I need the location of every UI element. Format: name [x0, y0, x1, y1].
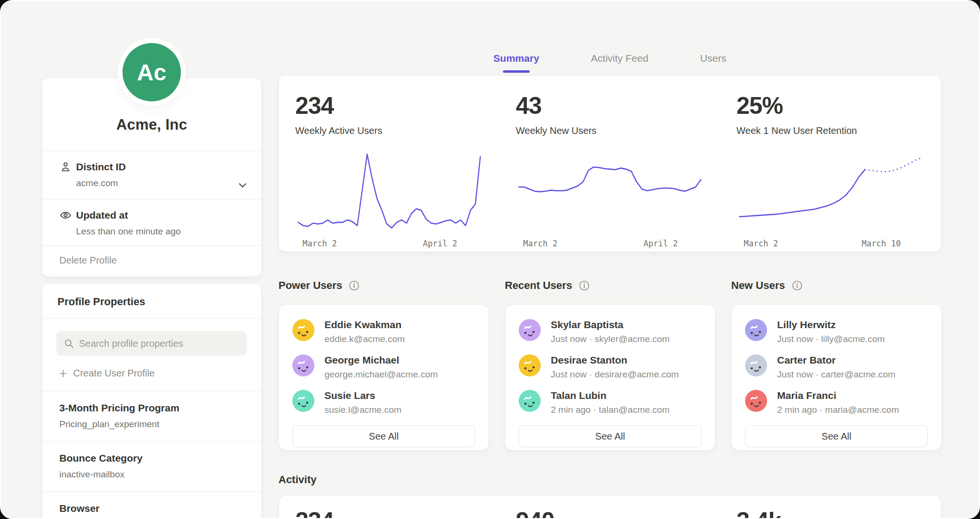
- profile-properties-card: Profile Properties Create User Profile 3…: [42, 283, 262, 519]
- user-info: Maria Franci2 min ago · maria@acme.com: [777, 390, 899, 415]
- property-row-3-month-pricing-program[interactable]: 3-Month Pricing ProgramPricing_plan_expe…: [42, 391, 261, 442]
- sparkline-week-1-new-user-retention: [736, 147, 924, 238]
- user-name: Skylar Baptista: [551, 319, 669, 331]
- tab-activity-feed[interactable]: Activity Feed: [589, 50, 650, 73]
- property-label: 3-Month Pricing Program: [59, 402, 244, 414]
- eye-icon: [59, 209, 72, 221]
- info-icon[interactable]: [791, 280, 803, 291]
- property-row-browser[interactable]: BrowserChrome: [42, 492, 261, 519]
- user-subtext: 2 min ago · maria@acme.com: [777, 405, 899, 415]
- search-icon: [64, 338, 74, 349]
- search-input[interactable]: [79, 338, 240, 349]
- section-title: New Users: [731, 279, 785, 292]
- user-info: Eddie Kwakmaneddie.k@acme.com: [324, 319, 405, 344]
- section-header-power-users: Power Users: [278, 276, 489, 295]
- avatar-face: [292, 390, 314, 412]
- activity-stat-value: 3.4k: [736, 509, 924, 519]
- see-all-button[interactable]: See All: [292, 425, 475, 447]
- user-name: Carter Bator: [777, 354, 895, 366]
- user-subtext: eddie.k@acme.com: [324, 334, 405, 344]
- x-tick-start: March 2: [523, 239, 557, 248]
- company-avatar-initials: Ac: [137, 59, 166, 86]
- chevron-down-icon[interactable]: [236, 179, 249, 191]
- user-row-talan-lubin[interactable]: Talan Lubin2 min ago · talan@acme.com: [519, 390, 705, 415]
- avatar-face: [519, 390, 541, 412]
- user-name: Susie Lars: [324, 390, 401, 401]
- property-row-bounce-category[interactable]: Bounce Categoryinactive-mailbox: [42, 442, 261, 492]
- tab-label: Summary: [493, 53, 539, 64]
- active-tab-underline: [503, 70, 530, 73]
- sparkline-chart: [295, 147, 483, 238]
- tab-label: Activity Feed: [591, 53, 648, 64]
- stat-value-weekly-new-users: 43: [516, 94, 704, 118]
- x-axis-ticks: March 2March 10: [736, 239, 924, 252]
- delete-profile-button[interactable]: Delete Profile: [42, 245, 261, 276]
- stat-value-week-1-new-user-retention: 25%: [736, 94, 924, 118]
- avatar-face: [745, 354, 767, 376]
- profile-card: Acme, Inc Distinct ID acme.com: [42, 77, 262, 277]
- updated-at-value: Less than one minute ago: [76, 226, 244, 237]
- section-title: Power Users: [278, 279, 342, 292]
- distinct-id-label: Distinct ID: [76, 161, 126, 173]
- tab-users[interactable]: Users: [698, 50, 728, 73]
- search-profile-properties[interactable]: [56, 331, 247, 356]
- user-row-carter-bator[interactable]: Carter BatorJust now · carter@acme.com: [745, 354, 932, 380]
- user-name: Desirae Stanton: [551, 354, 679, 366]
- user-subtext: Just now · desirare@acme.com: [551, 369, 679, 380]
- user-info: Desirae StantonJust now · desirare@acme.…: [551, 354, 679, 380]
- see-all-button[interactable]: See All: [745, 425, 928, 447]
- distinct-id-value: acme.com: [76, 178, 244, 188]
- tab-summary[interactable]: Summary: [491, 50, 541, 73]
- activity-stat-3: 3.4k: [720, 496, 941, 519]
- create-user-profile-button[interactable]: Create User Profile: [42, 356, 261, 391]
- user-row-eddie-kwakman[interactable]: Eddie Kwakmaneddie.k@acme.com: [292, 319, 479, 344]
- x-tick-end: March 10: [862, 239, 901, 248]
- summary-stats-card: 234Weekly Active UsersMarch 2April 243We…: [278, 75, 941, 252]
- user-row-george-michael[interactable]: George Michaelgeorge.michael@acme.com: [292, 354, 479, 380]
- avatar-face: [292, 354, 314, 376]
- user-row-susie-lars[interactable]: Susie Larssusie.l@acme.com: [292, 390, 479, 415]
- person-icon: [59, 161, 72, 173]
- distinct-id-row[interactable]: Distinct ID acme.com: [42, 151, 261, 199]
- user-avatar: [745, 390, 767, 412]
- property-value: Pricing_plan_experiment: [59, 419, 244, 430]
- user-subtext: george.michael@acme.com: [324, 369, 438, 380]
- updated-at-label: Updated at: [76, 210, 128, 221]
- stat-label-week-1-new-user-retention: Week 1 New User Retention: [736, 125, 924, 136]
- stat-label-weekly-new-users: Weekly New Users: [516, 125, 704, 136]
- user-subtext: 2 min ago · talan@acme.com: [551, 405, 669, 415]
- section-header-new-users: New Users: [731, 276, 942, 295]
- create-user-profile-label: Create User Profile: [73, 368, 155, 379]
- avatar-face: [519, 354, 541, 376]
- user-list-card: Lilly HerwitzJust now · lilly@acme.comCa…: [731, 304, 942, 451]
- user-row-desirae-stanton[interactable]: Desirae StantonJust now · desirare@acme.…: [519, 354, 705, 380]
- activity-stat-value: 940: [516, 509, 704, 519]
- user-info: Skylar BaptistaJust now · skyler@acme.co…: [551, 319, 669, 344]
- stat-label-weekly-active-users: Weekly Active Users: [295, 125, 483, 136]
- property-label: Bounce Category: [59, 453, 244, 464]
- x-axis-ticks: March 2April 2: [295, 239, 483, 252]
- x-tick-end: April 2: [423, 239, 457, 248]
- user-name: Eddie Kwakman: [324, 319, 405, 331]
- property-label: Browser: [59, 503, 244, 514]
- user-row-maria-franci[interactable]: Maria Franci2 min ago · maria@acme.com: [745, 390, 932, 415]
- avatar-face: [745, 390, 767, 412]
- user-row-lilly-herwitz[interactable]: Lilly HerwitzJust now · lilly@acme.com: [745, 319, 932, 344]
- x-tick-start: March 2: [302, 239, 337, 248]
- section-title: Recent Users: [505, 279, 572, 292]
- user-row-skylar-baptista[interactable]: Skylar BaptistaJust now · skyler@acme.co…: [519, 319, 705, 344]
- profile-properties-list: 3-Month Pricing ProgramPricing_plan_expe…: [42, 391, 261, 519]
- profile-name: Acme, Inc: [116, 116, 187, 133]
- sparkline-weekly-new-users: [516, 147, 704, 238]
- info-icon[interactable]: [579, 280, 590, 291]
- user-info: Lilly HerwitzJust now · lilly@acme.com: [777, 319, 885, 344]
- company-avatar: Ac: [122, 43, 181, 101]
- user-avatar: [519, 390, 541, 412]
- user-avatar: [292, 390, 314, 412]
- see-all-button[interactable]: See All: [519, 425, 702, 447]
- user-sections: Power UsersEddie Kwakmaneddie.k@acme.com…: [278, 276, 941, 451]
- user-avatar: [745, 319, 767, 341]
- stat-week-1-new-user-retention: 25%Week 1 New User RetentionMarch 2March…: [720, 76, 941, 252]
- user-list-card: Skylar BaptistaJust now · skyler@acme.co…: [505, 304, 715, 451]
- info-icon[interactable]: [348, 280, 360, 291]
